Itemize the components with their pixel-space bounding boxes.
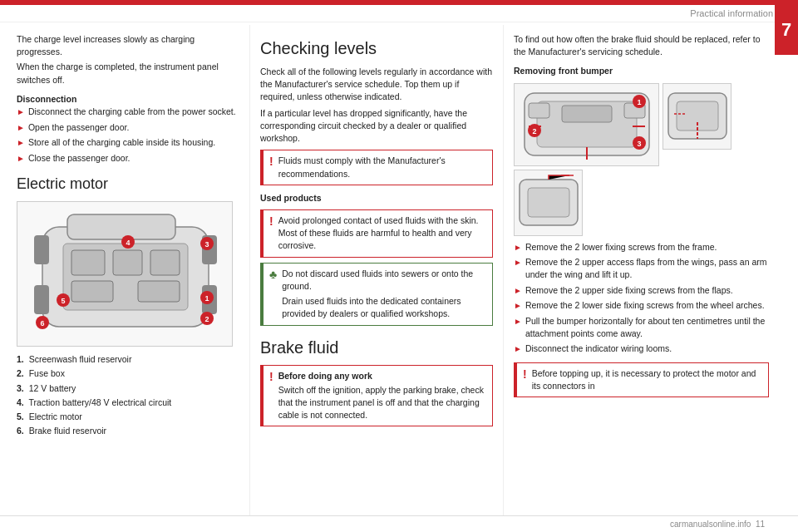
topping-up-warning-box: ! Before topping up, it is necessary to …	[514, 362, 769, 397]
part-item-2: 2. Fuse box	[17, 367, 237, 380]
svg-text:3: 3	[637, 140, 641, 148]
topping-up-warning-text: Before topping up, it is necessary to pr…	[532, 367, 762, 392]
intro-text-1: The charge level increases slowly as cha…	[17, 33, 237, 58]
brake-fluid-info: To find out how often the brake fluid sh…	[514, 33, 769, 58]
bumper-step-6: ► Disconnect the indicator wiring looms.	[514, 342, 769, 356]
arrow-icon-4: ►	[17, 153, 25, 165]
parts-list: 1. Screenwash fluid reservoir 2. Fuse bo…	[17, 353, 237, 437]
electric-motor-title: Electric motor	[17, 173, 237, 195]
svg-rect-10	[34, 285, 49, 314]
bumper-step-text-3: Remove the 2 upper side fixing screws fr…	[525, 284, 733, 298]
brake-fluid-warning-box: ! Before doing any work Switch off the i…	[260, 365, 493, 427]
svg-rect-1	[67, 214, 175, 239]
svg-text:4: 4	[126, 239, 130, 247]
bumper-step-4: ► Remove the 2 lower side fixing screws …	[514, 299, 769, 313]
checking-levels-body1: Check all of the following levels regula…	[260, 66, 493, 104]
used-fluids-line2: Most of these fluids are harmful to heal…	[278, 227, 486, 252]
fluids-warning-box: ! Fluids must comply with the Manufactur…	[260, 150, 493, 185]
svg-text:2: 2	[204, 315, 209, 323]
arrow-icon-bumper-6: ►	[514, 343, 522, 356]
arrow-icon-bumper-4: ►	[514, 300, 522, 313]
bumper-step-3: ► Remove the 2 upper side fixing screws …	[514, 284, 769, 298]
col-right: To find out how often the brake fluid sh…	[503, 25, 798, 515]
disconnect-item-2: ► Open the passenger door.	[17, 121, 237, 135]
brake-fluid-warning-text: Switch off the ignition, apply the parki…	[278, 384, 486, 422]
bumper-step-text-4: Remove the 2 lower side fixing screws fr…	[525, 299, 765, 313]
svg-text:2: 2	[532, 127, 536, 135]
arrow-icon-2: ►	[17, 122, 25, 135]
header-title: Practical information	[690, 8, 773, 18]
used-fluids-warning-content: Avoid prolonged contact of used fluids w…	[278, 214, 486, 253]
bumper-step-text-6: Disconnect the indicator wiring looms.	[525, 342, 672, 356]
svg-rect-28	[562, 106, 612, 122]
car-diagram-svg: 4 5 6 3 1 2	[17, 202, 233, 347]
arrow-icon-3: ►	[17, 137, 25, 150]
electric-motor-diagram: 4 5 6 3 1 2	[17, 201, 233, 347]
disconnect-text-2: Open the passenger door.	[28, 121, 129, 135]
used-fluids-line1: Avoid prolonged contact of used fluids w…	[278, 214, 486, 227]
brake-fluid-warning-content: Before doing any work Switch off the ign…	[278, 370, 486, 422]
bumper-step-2: ► Remove the 2 upper access flaps from t…	[514, 256, 769, 281]
footer: carmanualsonline.info 11	[0, 515, 798, 532]
leaf-icon: ♣	[269, 268, 277, 282]
used-fluids-warning-box: ! Avoid prolonged contact of used fluids…	[260, 209, 493, 258]
arrow-icon-bumper-1: ►	[514, 242, 522, 254]
bumper-sub2-svg	[515, 171, 582, 234]
disconnect-text-4: Close the passenger door.	[28, 152, 131, 165]
svg-rect-36	[677, 101, 718, 131]
disconnect-text-3: Store all of the charging cable inside i…	[28, 136, 215, 150]
bumper-car-svg: 3 1 2	[516, 85, 658, 164]
part-item-5: 5. Electric motor	[17, 411, 237, 423]
bumper-step-1: ► Remove the 2 lower fixing screws from …	[514, 241, 769, 254]
main-content: The charge level increases slowly as cha…	[0, 25, 798, 515]
note-line1: Do not discard used fluids into sewers o…	[282, 268, 486, 293]
svg-text:5: 5	[61, 297, 65, 305]
checking-levels-body2: If a particular level has dropped signif…	[260, 107, 493, 145]
col-left: The charge level increases slowly as cha…	[0, 25, 249, 515]
svg-rect-8	[34, 235, 49, 264]
disconnect-text-1: Disconnect the charging cable from the p…	[28, 106, 236, 119]
warning-icon-4: !	[523, 367, 527, 382]
warning-icon-2: !	[269, 214, 273, 229]
part-item-3: 3. 12 V battery	[17, 382, 237, 395]
svg-rect-26	[529, 103, 549, 118]
brake-fluid-warning-label: Before doing any work	[278, 371, 372, 381]
svg-rect-7	[138, 281, 180, 302]
footer-page-num: 11	[756, 520, 765, 529]
bumper-step-text-1: Remove the 2 lower fixing screws from th…	[525, 241, 717, 254]
brake-fluid-title: Brake fluid	[260, 336, 493, 360]
svg-text:3: 3	[204, 240, 209, 249]
svg-rect-4	[113, 250, 142, 275]
svg-rect-6	[71, 281, 113, 302]
page-header: Practical information	[0, 5, 798, 22]
warning-icon-1: !	[269, 155, 273, 169]
fluids-warning-text: Fluids must comply with the Manufacturer…	[278, 155, 486, 180]
arrow-icon-bumper-3: ►	[514, 285, 522, 298]
removing-bumper-title: Removing front bumper	[514, 65, 769, 77]
disconnection-label: Disconnection	[17, 93, 237, 106]
part-item-4: 4. Traction battery/48 V electrical circ…	[17, 397, 237, 409]
disconnect-item-4: ► Close the passenger door.	[17, 152, 237, 165]
arrow-icon-bumper-5: ►	[514, 316, 522, 340]
svg-rect-38	[528, 188, 569, 217]
part-item-1: 1. Screenwash fluid reservoir	[17, 353, 237, 366]
svg-text:1: 1	[637, 98, 641, 106]
part-item-6: 6. Brake fluid reservoir	[17, 425, 237, 437]
bumper-step-text-2: Remove the 2 upper access flaps from the…	[525, 256, 769, 281]
bumper-sub-diagram-1	[663, 83, 732, 150]
svg-text:6: 6	[40, 319, 44, 328]
warning-icon-3: !	[269, 370, 273, 384]
col-mid: Checking levels Check all of the followi…	[249, 25, 503, 515]
used-fluids-note-box: ♣ Do not discard used fluids into sewers…	[260, 263, 493, 326]
bumper-step-text-5: Pull the bumper horizontally for about t…	[525, 315, 769, 340]
used-products-label: Used products	[260, 192, 493, 204]
svg-text:1: 1	[204, 294, 209, 303]
intro-text-2: When the charge is completed, the instru…	[17, 61, 237, 86]
bumper-main-diagram: 3 1 2	[514, 83, 659, 166]
disconnect-item-3: ► Store all of the charging cable inside…	[17, 136, 237, 150]
bumper-sub1-svg	[664, 85, 731, 147]
note-line2: Drain used fluids into the dedicated con…	[282, 295, 486, 320]
checking-levels-title: Checking levels	[260, 37, 493, 61]
disconnect-item-1: ► Disconnect the charging cable from the…	[17, 106, 237, 119]
bumper-step-5: ► Pull the bumper horizontally for about…	[514, 315, 769, 340]
